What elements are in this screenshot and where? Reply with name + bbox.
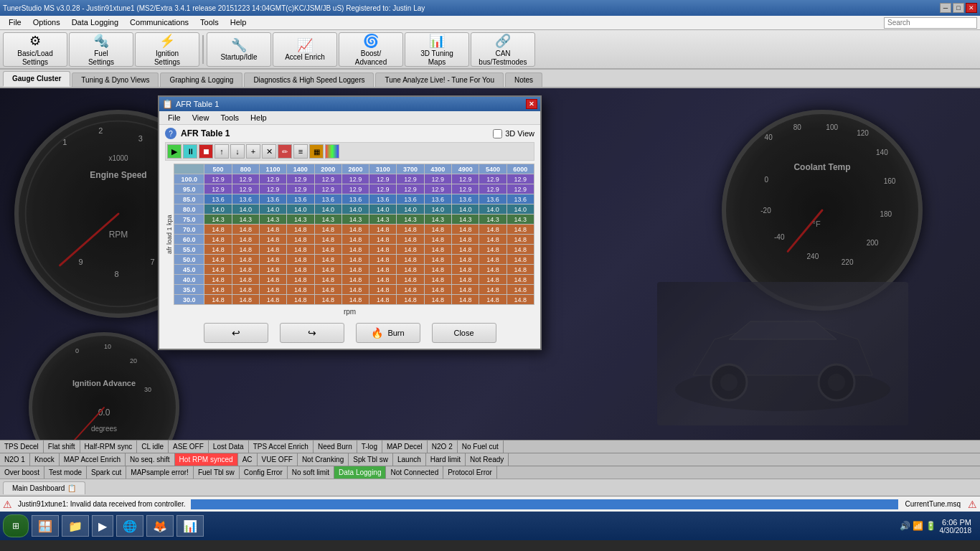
cell-12-3[interactable]: 14.8 bbox=[287, 295, 314, 305]
cell-6-7[interactable]: 14.8 bbox=[397, 235, 424, 245]
cell-10-7[interactable]: 14.8 bbox=[397, 275, 424, 285]
afr-burn-button[interactable]: 🔥 Burn bbox=[356, 323, 420, 343]
cell-4-1[interactable]: 14.3 bbox=[232, 215, 259, 225]
tab-gauge-cluster[interactable]: Gauge Cluster bbox=[3, 71, 70, 87]
cell-10-10[interactable]: 14.8 bbox=[479, 275, 507, 285]
cell-11-7[interactable]: 14.8 bbox=[397, 285, 424, 295]
cell-3-5[interactable]: 14.0 bbox=[341, 204, 369, 215]
cell-1-7[interactable]: 12.9 bbox=[397, 184, 424, 194]
cell-9-3[interactable]: 14.8 bbox=[287, 265, 314, 275]
afr-menu-tools[interactable]: Tools bbox=[215, 113, 245, 123]
cell-11-1[interactable]: 14.8 bbox=[232, 285, 259, 295]
cell-4-7[interactable]: 14.3 bbox=[397, 215, 424, 225]
cell-6-9[interactable]: 14.8 bbox=[452, 235, 479, 245]
cell-9-1[interactable]: 14.8 bbox=[232, 265, 259, 275]
cell-2-6[interactable]: 13.6 bbox=[369, 194, 397, 204]
cell-6-5[interactable]: 14.8 bbox=[341, 235, 369, 245]
cell-0-8[interactable]: 12.9 bbox=[424, 174, 451, 184]
cell-10-6[interactable]: 14.8 bbox=[369, 275, 397, 285]
taskbar-chrome[interactable]: 🌐 bbox=[116, 515, 143, 537]
cell-11-3[interactable]: 14.8 bbox=[287, 285, 314, 295]
cell-11-6[interactable]: 14.8 bbox=[369, 285, 397, 295]
afr-3d-toggle[interactable]: 3D View bbox=[493, 129, 534, 138]
boost-advanced-button[interactable]: 🌀 Boost/ Advanced bbox=[339, 32, 403, 67]
main-dashboard-tab[interactable]: Main Dashboard 📋 bbox=[3, 481, 85, 494]
startup-idle-button[interactable]: 🔧 Startup/Idle bbox=[207, 32, 271, 67]
afr-toolbar-add[interactable]: + bbox=[246, 144, 260, 159]
cell-11-2[interactable]: 14.8 bbox=[259, 285, 286, 295]
cell-2-11[interactable]: 13.6 bbox=[507, 194, 534, 204]
cell-7-2[interactable]: 14.8 bbox=[259, 245, 286, 255]
cell-4-2[interactable]: 14.3 bbox=[259, 215, 286, 225]
cell-2-8[interactable]: 13.6 bbox=[424, 194, 451, 204]
cell-9-2[interactable]: 14.8 bbox=[259, 265, 286, 275]
cell-11-0[interactable]: 14.8 bbox=[204, 285, 232, 295]
cell-5-4[interactable]: 14.8 bbox=[314, 225, 341, 235]
taskbar-media[interactable]: ▶ bbox=[92, 515, 113, 537]
cell-7-6[interactable]: 14.8 bbox=[369, 245, 397, 255]
cell-2-2[interactable]: 13.6 bbox=[259, 194, 286, 204]
cell-10-0[interactable]: 14.8 bbox=[204, 275, 232, 285]
can-bus-button[interactable]: 🔗 CAN bus/Testmodes bbox=[471, 32, 535, 67]
cell-5-10[interactable]: 14.8 bbox=[479, 225, 507, 235]
cell-1-4[interactable]: 12.9 bbox=[314, 184, 341, 194]
cell-8-7[interactable]: 14.8 bbox=[397, 255, 424, 265]
cell-3-9[interactable]: 14.0 bbox=[452, 204, 479, 215]
cell-0-9[interactable]: 12.9 bbox=[452, 174, 479, 184]
afr-close-button[interactable]: ✕ bbox=[526, 99, 537, 109]
cell-3-2[interactable]: 14.0 bbox=[259, 204, 286, 215]
cell-11-10[interactable]: 14.8 bbox=[479, 285, 507, 295]
cell-5-9[interactable]: 14.8 bbox=[452, 225, 479, 235]
cell-7-0[interactable]: 14.8 bbox=[204, 245, 232, 255]
cell-1-2[interactable]: 12.9 bbox=[259, 184, 286, 194]
cell-8-1[interactable]: 14.8 bbox=[232, 255, 259, 265]
afr-toolbar-remove[interactable]: ✕ bbox=[262, 144, 276, 159]
cell-11-9[interactable]: 14.8 bbox=[452, 285, 479, 295]
cell-4-6[interactable]: 14.3 bbox=[369, 215, 397, 225]
cell-12-0[interactable]: 14.8 bbox=[204, 295, 232, 305]
cell-9-11[interactable]: 14.8 bbox=[507, 265, 534, 275]
cell-5-5[interactable]: 14.8 bbox=[341, 225, 369, 235]
afr-toolbar-grid[interactable]: ▦ bbox=[309, 144, 324, 159]
cell-3-3[interactable]: 14.0 bbox=[287, 204, 314, 215]
afr-toolbar-down[interactable]: ↓ bbox=[230, 144, 245, 159]
cell-8-2[interactable]: 14.8 bbox=[259, 255, 286, 265]
afr-3d-checkbox[interactable] bbox=[493, 129, 502, 138]
cell-3-6[interactable]: 14.0 bbox=[369, 204, 397, 215]
cell-5-1[interactable]: 14.8 bbox=[232, 225, 259, 235]
cell-3-7[interactable]: 14.0 bbox=[397, 204, 424, 215]
cell-9-6[interactable]: 14.8 bbox=[369, 265, 397, 275]
tab-graphing-logging[interactable]: Graphing & Logging bbox=[160, 72, 242, 87]
cell-7-4[interactable]: 14.8 bbox=[314, 245, 341, 255]
cell-12-4[interactable]: 14.8 bbox=[314, 295, 341, 305]
cell-5-2[interactable]: 14.8 bbox=[259, 225, 286, 235]
cell-7-10[interactable]: 14.8 bbox=[479, 245, 507, 255]
afr-menu-view[interactable]: View bbox=[187, 113, 215, 123]
tab-tune-analyze[interactable]: Tune Analyze Live! - Tune For You bbox=[375, 72, 504, 87]
cell-9-10[interactable]: 14.8 bbox=[479, 265, 507, 275]
cell-8-6[interactable]: 14.8 bbox=[369, 255, 397, 265]
cell-12-9[interactable]: 14.8 bbox=[452, 295, 479, 305]
taskbar-explorer[interactable]: 🪟 bbox=[32, 515, 59, 537]
cell-0-3[interactable]: 12.9 bbox=[287, 174, 314, 184]
cell-11-5[interactable]: 14.8 bbox=[341, 285, 369, 295]
cell-2-1[interactable]: 13.6 bbox=[232, 194, 259, 204]
afr-menu-file[interactable]: File bbox=[162, 113, 187, 123]
cell-7-11[interactable]: 14.8 bbox=[507, 245, 534, 255]
afr-close-action-button[interactable]: Close bbox=[432, 323, 496, 343]
cell-9-8[interactable]: 14.8 bbox=[424, 265, 451, 275]
cell-0-0[interactable]: 12.9 bbox=[204, 174, 232, 184]
tab-diagnostics[interactable]: Diagnostics & High Speed Loggers bbox=[244, 72, 374, 87]
cell-0-6[interactable]: 12.9 bbox=[369, 174, 397, 184]
cell-0-11[interactable]: 12.9 bbox=[507, 174, 534, 184]
cell-1-3[interactable]: 12.9 bbox=[287, 184, 314, 194]
cell-12-11[interactable]: 14.8 bbox=[507, 295, 534, 305]
cell-6-2[interactable]: 14.8 bbox=[259, 235, 286, 245]
cell-2-0[interactable]: 13.6 bbox=[204, 194, 232, 204]
cell-8-8[interactable]: 14.8 bbox=[424, 255, 451, 265]
menu-help[interactable]: Help bbox=[225, 17, 253, 28]
cell-11-11[interactable]: 14.8 bbox=[507, 285, 534, 295]
cell-8-0[interactable]: 14.8 bbox=[204, 255, 232, 265]
menu-file[interactable]: File bbox=[3, 17, 27, 28]
cell-2-9[interactable]: 13.6 bbox=[452, 194, 479, 204]
